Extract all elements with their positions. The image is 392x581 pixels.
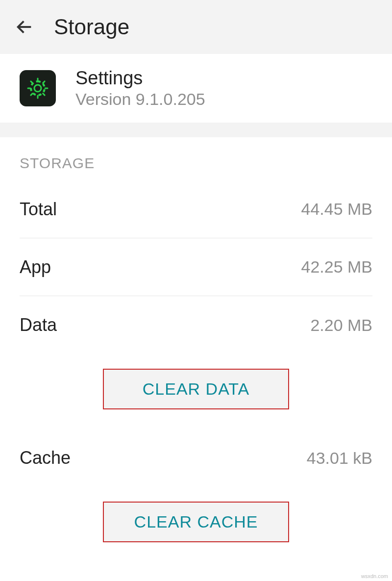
clear-data-button[interactable]: CLEAR DATA — [103, 369, 289, 409]
app-icon — [20, 70, 56, 106]
app-info-text: Settings Version 9.1.0.205 — [75, 68, 205, 109]
clear-cache-button[interactable]: CLEAR CACHE — [103, 502, 289, 542]
row-app-value: 42.25 MB — [301, 257, 372, 277]
row-total-label: Total — [20, 199, 57, 220]
row-data-value: 2.20 MB — [310, 316, 372, 335]
back-button[interactable] — [15, 17, 34, 37]
row-cache-value: 43.01 kB — [307, 449, 372, 468]
section-header-storage: STORAGE — [0, 137, 392, 180]
app-bar: Storage — [0, 0, 392, 54]
app-info-section: Settings Version 9.1.0.205 — [0, 54, 392, 123]
watermark: wsxdn.com — [361, 573, 388, 579]
row-data-label: Data — [20, 315, 57, 335]
row-total-value: 44.45 MB — [301, 200, 372, 219]
arrow-left-icon — [15, 17, 34, 37]
row-cache: Cache 43.01 kB — [20, 429, 372, 487]
row-total: Total 44.45 MB — [20, 180, 372, 238]
app-name: Settings — [75, 68, 205, 89]
row-app-label: App — [20, 257, 51, 278]
cache-list: Cache 43.01 kB — [0, 429, 392, 487]
row-data: Data 2.20 MB — [20, 296, 372, 354]
gear-icon — [26, 76, 49, 100]
clear-cache-row: CLEAR CACHE — [0, 487, 392, 562]
clear-data-row: CLEAR DATA — [0, 354, 392, 429]
app-version: Version 9.1.0.205 — [75, 90, 205, 109]
section-divider — [0, 123, 392, 137]
row-app: App 42.25 MB — [20, 238, 372, 296]
storage-list: Total 44.45 MB App 42.25 MB Data 2.20 MB — [0, 180, 392, 354]
row-cache-label: Cache — [20, 448, 71, 468]
page-title: Storage — [54, 15, 129, 39]
svg-point-1 — [34, 85, 41, 92]
